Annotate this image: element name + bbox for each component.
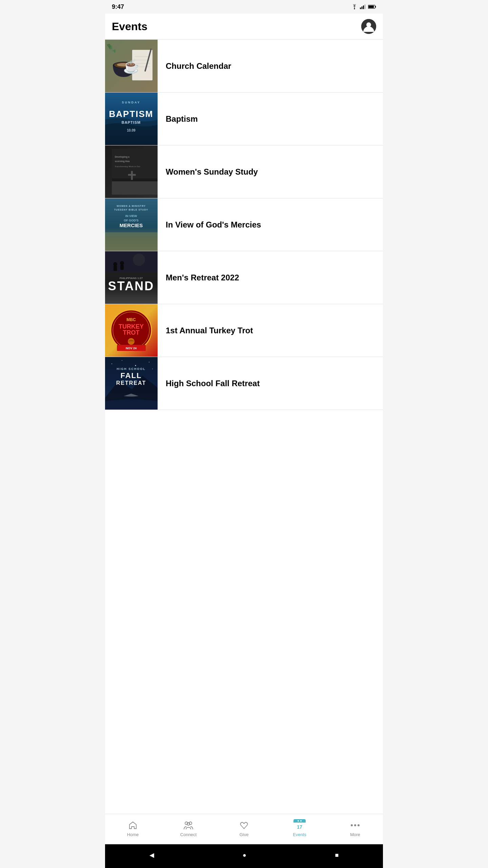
svg-text:10.09: 10.09 (127, 129, 135, 132)
list-item[interactable]: WOMEN & MINISTRY TUESDAY BIBLE STUDY IN … (105, 198, 383, 251)
svg-point-61 (111, 363, 112, 364)
back-button[interactable]: ◀ (149, 851, 154, 859)
svg-text:STAND: STAND (108, 279, 154, 293)
svg-point-74 (358, 824, 360, 826)
nav-item-connect[interactable]: Connect (161, 820, 216, 837)
battery-icon (368, 4, 376, 9)
wifi-icon (351, 4, 358, 9)
event-label-baptism: Baptism (158, 114, 383, 124)
svg-text:HIGH SCHOOL: HIGH SCHOOL (117, 367, 146, 371)
event-label-church-calendar: Church Calendar (158, 61, 383, 71)
status-icons (351, 4, 376, 9)
list-item[interactable]: SUNDAY BAPTISM BAPTISM 10.09 Baptism (105, 93, 383, 145)
list-item[interactable]: MBC TURKEY TROT NOV 24 1st Annual Turkey… (105, 304, 383, 357)
nav-item-home[interactable]: Home (105, 820, 161, 837)
svg-text:TROT: TROT (123, 329, 140, 336)
page-title: Events (112, 20, 147, 33)
svg-text:OF GOD'S: OF GOD'S (124, 219, 139, 222)
svg-text:Developing a: Developing a (115, 156, 129, 158)
events-icon: 17 (294, 820, 305, 831)
signal-icon (360, 4, 366, 9)
svg-rect-1 (360, 7, 361, 9)
app-header: Events (105, 14, 383, 40)
nav-item-more[interactable]: More (327, 820, 383, 837)
svg-text:NOV 24: NOV 24 (126, 347, 137, 350)
list-item[interactable]: HIGH SCHOOL FALL RETREAT High School Fal… (105, 357, 383, 410)
svg-point-65 (152, 369, 153, 369)
event-thumbnail-mens-retreat: PHILIPPIANS 1:27 STAND (105, 251, 158, 304)
svg-point-73 (354, 824, 356, 826)
svg-rect-4 (365, 4, 366, 9)
svg-point-48 (133, 254, 145, 266)
event-label-fall-retreat: High School Fall Retreat (158, 379, 383, 388)
svg-point-9 (366, 22, 371, 27)
event-thumbnail-gods-mercies: WOMEN & MINISTRY TUESDAY BIBLE STUDY IN … (105, 198, 158, 251)
svg-point-0 (354, 8, 355, 9)
nav-item-events[interactable]: 17 Events (272, 820, 327, 837)
svg-text:scerning Hea: scerning Hea (115, 160, 130, 163)
svg-rect-3 (363, 5, 364, 9)
svg-point-46 (120, 261, 124, 265)
svg-point-62 (122, 360, 122, 361)
svg-point-19 (114, 62, 133, 68)
calendar-date: 17 (293, 823, 306, 831)
svg-text:BAPTISM: BAPTISM (109, 109, 154, 119)
status-bar: 9:47 (105, 0, 383, 14)
status-time: 9:47 (112, 3, 124, 11)
home-icon (127, 820, 138, 831)
event-thumbnail-fall-retreat: HIGH SCHOOL FALL RETREAT (105, 357, 158, 410)
svg-text:TUESDAY BIBLE STUDY: TUESDAY BIBLE STUDY (114, 209, 148, 211)
svg-text:SUNDAY: SUNDAY (122, 101, 140, 104)
list-item[interactable]: Developing a scerning Hea Transforming W… (105, 145, 383, 198)
nav-label-events: Events (293, 832, 306, 837)
connect-icon (183, 820, 194, 831)
nav-label-more: More (350, 832, 360, 837)
svg-rect-33 (128, 174, 136, 176)
svg-rect-6 (375, 6, 376, 8)
profile-button[interactable] (361, 19, 376, 34)
list-item[interactable]: Church Calendar (105, 40, 383, 93)
svg-point-72 (351, 824, 353, 826)
event-label-womens-study: Women's Sunday Study (158, 167, 383, 177)
give-icon (239, 820, 249, 831)
svg-rect-31 (112, 181, 158, 195)
svg-rect-45 (114, 266, 117, 271)
svg-text:RETREAT: RETREAT (116, 380, 146, 386)
svg-rect-2 (362, 6, 363, 9)
svg-rect-47 (120, 265, 124, 270)
svg-text:BAPTISM: BAPTISM (122, 120, 141, 124)
svg-point-64 (149, 362, 149, 362)
svg-text:TURKEY: TURKEY (119, 323, 144, 330)
more-icon (350, 820, 361, 831)
events-list: Church Calendar (105, 40, 383, 814)
svg-text:FALL: FALL (121, 371, 142, 380)
event-label-mens-retreat: Men's Retreat 2022 (158, 273, 383, 282)
nav-label-give: Give (240, 832, 249, 837)
android-nav-bar: ◀ ● ■ (105, 844, 383, 868)
svg-point-63 (135, 365, 136, 366)
nav-label-connect: Connect (180, 832, 197, 837)
svg-text:IN VIEW: IN VIEW (125, 214, 137, 218)
event-thumbnail-church-calendar (105, 40, 158, 92)
svg-rect-7 (368, 5, 374, 8)
nav-label-home: Home (127, 832, 139, 837)
svg-rect-36 (105, 236, 158, 251)
svg-text:MERCIES: MERCIES (120, 222, 143, 228)
event-label-turkey-trot: 1st Annual Turkey Trot (158, 326, 383, 335)
home-button[interactable]: ● (243, 852, 246, 859)
event-label-gods-mercies: In View of God's Mercies (158, 220, 383, 230)
bottom-navigation: Home Connect Give (105, 814, 383, 844)
svg-rect-43 (105, 251, 158, 272)
recents-button[interactable]: ■ (335, 852, 339, 859)
svg-text:WOMEN & MINISTRY: WOMEN & MINISTRY (117, 205, 146, 207)
svg-text:MBC: MBC (126, 317, 136, 322)
svg-text:Transforming Work in Our: Transforming Work in Our (115, 165, 141, 167)
svg-point-20 (117, 63, 130, 66)
svg-point-44 (113, 262, 117, 266)
nav-item-give[interactable]: Give (216, 820, 272, 837)
list-item[interactable]: PHILIPPIANS 1:27 STAND Men's Retreat 202… (105, 251, 383, 304)
event-thumbnail-turkey-trot: MBC TURKEY TROT NOV 24 (105, 304, 158, 357)
event-thumbnail-baptism: SUNDAY BAPTISM BAPTISM 10.09 (105, 93, 158, 145)
event-thumbnail-womens-study: Developing a scerning Hea Transforming W… (105, 145, 158, 198)
